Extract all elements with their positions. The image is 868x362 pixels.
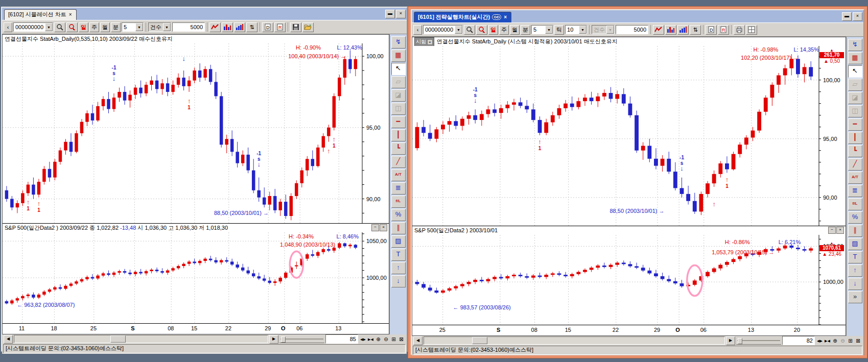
erase-all-icon[interactable]: ◫	[391, 103, 406, 115]
bar-chart-blue-icon[interactable]	[677, 25, 689, 35]
zoom-in-icon[interactable]: ⊕	[374, 335, 382, 343]
text-tool-icon[interactable]: T	[391, 249, 406, 261]
fibonacci-icon[interactable]: f/L	[848, 198, 862, 210]
erase-icon[interactable]: ◪	[848, 92, 862, 104]
minute-combo[interactable]: 5 ▼	[122, 22, 144, 32]
bar-count-input[interactable]	[782, 336, 815, 345]
erase-all-icon[interactable]: ◫	[848, 105, 862, 117]
chart-style-icon[interactable]: ▦	[848, 52, 862, 64]
period-month-button[interactable]: 월	[510, 25, 520, 35]
signal-chart-icon[interactable]	[209, 22, 221, 32]
zoom-slider[interactable]	[736, 337, 781, 345]
horizontal-line-icon[interactable]: ━	[848, 118, 862, 131]
period-minute-button[interactable]: 분	[521, 25, 530, 35]
scroll-left-icon[interactable]: ◀	[4, 335, 13, 344]
report-document-icon[interactable]: R	[718, 25, 729, 35]
bar-chart-colored-icon[interactable]	[222, 22, 233, 32]
window-tab-strategy[interactable]: [6101] 전략실행차트(실시간) GD ×	[414, 12, 511, 22]
scroll-up-icon[interactable]: ↑	[391, 262, 406, 274]
back-button[interactable]: ‹	[4, 22, 12, 32]
signal-chart-icon[interactable]	[653, 25, 664, 35]
text-annotation-icon[interactable]: A/T	[848, 172, 862, 184]
chart-style-icon[interactable]: ▦	[391, 50, 406, 62]
chevron-down-icon[interactable]: ▼	[545, 26, 553, 34]
scroll-left-icon[interactable]: ◀	[413, 336, 423, 345]
new-document-icon[interactable]: D	[262, 22, 273, 32]
tick-combo[interactable]: 10 ▼	[565, 25, 587, 34]
horizontal-line-icon[interactable]: ━	[391, 116, 406, 128]
bar-chart-blue-icon[interactable]	[234, 22, 245, 32]
grid-view-icon[interactable]	[746, 25, 757, 35]
window-tab-simulation[interactable]: [6102] 시뮬레이션 차트 ×	[4, 9, 77, 20]
futures-chart[interactable]: 100,0095,0090,00-1s↓↑1-1s↓↑↑1H: -0.98%L:…	[412, 46, 846, 226]
scroll-right-icon[interactable]: ▶	[726, 336, 735, 345]
chevron-down-icon[interactable]: ▼	[455, 26, 462, 34]
refresh-icon[interactable]: ↯	[391, 36, 406, 49]
vertical-line-icon[interactable]: ┃	[848, 132, 862, 144]
minimize-button[interactable]: ▬	[385, 10, 395, 18]
chevron-down-icon[interactable]: ▼	[579, 26, 587, 34]
zoom-slider-knob[interactable]	[281, 336, 286, 343]
chevron-down-icon[interactable]: ▼	[45, 23, 53, 31]
trend-line-icon[interactable]: ╱	[848, 158, 862, 171]
chevron-down-icon[interactable]: ▼	[163, 23, 171, 31]
elbow-line-icon[interactable]: ┗	[391, 142, 406, 155]
back-button[interactable]: ‹	[413, 25, 422, 35]
close-button[interactable]: ×	[853, 12, 862, 21]
region-select-icon[interactable]: ▱	[848, 79, 862, 91]
report-document-icon[interactable]: R	[274, 22, 286, 32]
bar-chart-colored-icon[interactable]	[665, 25, 676, 35]
zoom-out-icon[interactable]: ⊖	[839, 337, 847, 345]
scroll-down-icon[interactable]: ↓	[848, 278, 862, 290]
test-badge-close-icon[interactable]: ×	[427, 39, 433, 45]
horizontal-scrollbar[interactable]	[424, 336, 725, 345]
minute-combo[interactable]: 5 ▼	[531, 25, 553, 34]
count-input[interactable]	[172, 22, 205, 32]
zoom-in-icon[interactable]: ⊕	[831, 337, 839, 345]
close-chart-icon[interactable]: ⊠	[854, 337, 862, 345]
expand-icon[interactable]: ⊞	[847, 337, 854, 345]
minimize-button[interactable]: ▬	[842, 12, 852, 21]
chevron-down-icon[interactable]: ▼	[135, 23, 143, 31]
compress-icon[interactable]: ▶◀	[824, 337, 831, 345]
horizontal-scrollbar[interactable]	[14, 335, 268, 343]
vertical-line-icon[interactable]: ┃	[391, 129, 406, 141]
panel-close-icon[interactable]: ×	[836, 227, 844, 234]
channel-icon[interactable]: ∥	[848, 225, 862, 237]
percent-line-icon[interactable]: %	[848, 211, 862, 224]
trend-line-icon[interactable]: ╱	[391, 156, 406, 168]
period-tick-button[interactable]: 틱	[554, 25, 564, 35]
scrollbar-thumb[interactable]	[110, 335, 126, 343]
erase-icon[interactable]: ◪	[391, 89, 406, 102]
pan-left-right-icon[interactable]: ◀▶	[816, 337, 824, 345]
period-week-button[interactable]: 주	[89, 22, 99, 32]
close-chart-icon[interactable]: ⊠	[397, 335, 405, 343]
symbol-combo[interactable]: 000000000 ▼	[423, 25, 463, 34]
pan-left-right-icon[interactable]: ◀▶	[359, 335, 367, 343]
search-icon[interactable]	[464, 25, 475, 35]
close-button[interactable]: ×	[396, 10, 406, 18]
panel-minimize-icon[interactable]: −	[828, 227, 836, 234]
symbol-combo[interactable]: 000000000 ▼	[13, 22, 53, 32]
cursor-icon[interactable]: ↖	[391, 63, 406, 75]
zoom-slider[interactable]	[279, 335, 324, 343]
new-document-icon[interactable]: D	[706, 25, 717, 35]
count-input[interactable]	[616, 25, 648, 34]
sp500-chart[interactable]: 1050,001000,00H: -0.86%L: 6,21%1,053,79 …	[412, 235, 846, 325]
scroll-down-icon[interactable]: ↓	[391, 275, 406, 287]
tab-close-icon[interactable]: ×	[68, 12, 73, 17]
search-icon[interactable]	[54, 22, 65, 32]
count-combo[interactable]: 건수 ▼	[148, 22, 171, 32]
expand-icon[interactable]: ⊞	[390, 335, 397, 343]
region-select-icon[interactable]: ▱	[391, 76, 406, 88]
scroll-up-icon[interactable]: ↑	[848, 264, 862, 277]
futures-chart[interactable]: 100,0095,0090,00↑1↑1-1s↓↓↑1-1s↓↑↑1H: -0.…	[3, 43, 389, 223]
panel-minimize-icon[interactable]: −	[371, 224, 379, 231]
period-minute-button[interactable]: 분	[111, 22, 121, 32]
sort-updown-icon[interactable]: ⇅	[246, 22, 257, 32]
period-day-button[interactable]: 일	[79, 22, 88, 32]
bar-count-input[interactable]	[325, 334, 358, 344]
tab-close-icon[interactable]: ×	[503, 14, 507, 20]
zoom-out-icon[interactable]: ⊖	[382, 335, 390, 343]
elbow-line-icon[interactable]: ┗	[848, 145, 862, 157]
